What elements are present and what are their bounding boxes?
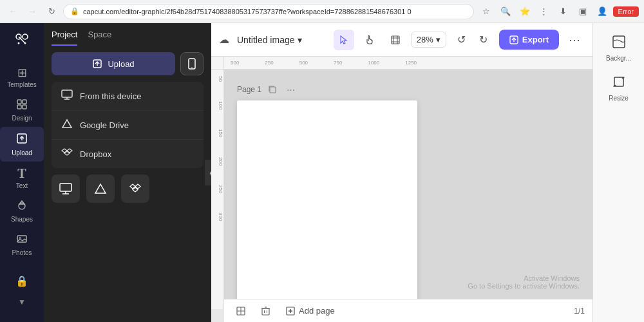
error-badge: Error [613, 6, 639, 17]
svg-line-2 [19, 37, 25, 43]
sidebar-item-text[interactable]: T Text [0, 162, 44, 194]
more-options-button[interactable]: ⋯ [564, 30, 585, 50]
upload-panel: Project Space Upload From this device [44, 23, 211, 322]
delete-page-button[interactable] [256, 302, 274, 320]
sidebar-item-upload[interactable]: Upload [0, 127, 44, 162]
background-label: Backgr... [606, 55, 631, 62]
source-dropbox[interactable]: Dropbox [52, 140, 204, 168]
url-text: capcut.com/editor-graphic/2f64b28d751740… [83, 8, 412, 15]
sidebar-item-shapes[interactable]: Shapes [0, 194, 44, 228]
page-label: Page 1 [237, 85, 261, 94]
svg-marker-22 [62, 120, 71, 128]
sidebar-bottom: 🔒 ▼ [13, 270, 31, 317]
sidebar-item-design[interactable]: Design [0, 93, 44, 127]
svg-point-1 [23, 34, 28, 39]
upload-button[interactable]: Upload [52, 52, 175, 75]
svg-point-4 [24, 43, 26, 44]
add-page-button[interactable]: Add page [281, 303, 340, 318]
mobile-device-button[interactable] [180, 52, 204, 75]
svg-rect-19 [62, 90, 72, 97]
document-title[interactable]: Untitled image ▾ [237, 35, 302, 45]
app-logo [10, 28, 33, 52]
quick-monitor-button[interactable] [52, 175, 80, 203]
sidebar-item-photos[interactable]: Photos [0, 228, 44, 261]
page-label-row: Page 1 ⋯ [237, 82, 430, 97]
browser-bar: ← → ↻ 🔒 capcut.com/editor-graphic/2f64b2… [0, 0, 644, 23]
bookmark-button[interactable]: ☆ [478, 3, 495, 20]
star-button[interactable]: ⭐ [516, 3, 533, 20]
frame-tool-button[interactable] [385, 30, 406, 50]
monitor-icon [61, 90, 73, 102]
dropbox-icon [61, 147, 73, 160]
select-tool-button[interactable] [334, 30, 354, 50]
profile-button[interactable]: 👤 [594, 3, 611, 20]
left-sidebar: ⊞ Templates Design Upload T Text Shapes [0, 23, 44, 322]
redo-button[interactable]: ↻ [473, 30, 494, 50]
sidebar-expand[interactable]: ▼ [13, 292, 31, 312]
background-panel-item[interactable]: Backgr... [598, 30, 639, 67]
app-body: ⊞ Templates Design Upload T Text Shapes [0, 23, 644, 322]
svg-rect-53 [614, 77, 623, 86]
source-from-device[interactable]: From this device [52, 82, 204, 111]
undo-button[interactable]: ↺ [451, 30, 472, 50]
back-button[interactable]: ← [5, 4, 21, 19]
download-button[interactable]: ⬇ [555, 3, 572, 20]
svg-marker-29 [95, 184, 106, 193]
svg-rect-40 [270, 87, 276, 93]
svg-rect-26 [60, 184, 71, 191]
source-dropdown: From this device Google Drive Dropbox [52, 82, 204, 168]
svg-rect-8 [23, 105, 26, 109]
upload-icon [15, 132, 28, 147]
sidebar-item-templates-label: Templates [7, 81, 37, 88]
gdrive-icon [61, 118, 73, 131]
canvas-area: 500 250 500 750 1000 1250 50 100 150 200… [211, 57, 592, 322]
panel-collapse-handle[interactable]: ❮ [205, 160, 211, 185]
ruler-corner [211, 57, 224, 70]
ruler-top: 500 250 500 750 1000 1250 [224, 57, 592, 70]
templates-icon: ⊞ [17, 67, 27, 79]
sidebar-item-shapes-label: Shapes [11, 216, 33, 223]
forward-button[interactable]: → [24, 4, 40, 19]
svg-point-18 [191, 67, 193, 68]
design-icon [16, 99, 28, 112]
upload-row: Upload [44, 46, 211, 82]
zoom-control[interactable]: 28% ▾ [411, 32, 446, 48]
resize-panel-item[interactable]: Resize [598, 70, 639, 107]
quick-gdrive-button[interactable] [86, 175, 115, 203]
sidebar-lock[interactable]: 🔒 [13, 270, 31, 292]
url-bar[interactable]: 🔒 capcut.com/editor-graphic/2f64b28d7517… [63, 4, 474, 19]
svg-rect-33 [392, 36, 399, 44]
source-dropbox-label: Dropbox [80, 149, 111, 159]
zoom-browser-button[interactable]: 🔍 [497, 3, 514, 20]
zoom-caret-icon: ▾ [436, 35, 440, 44]
lock-icon: 🔒 [15, 275, 28, 287]
tab-project[interactable]: Project [52, 30, 77, 46]
sidebar-item-text-label: Text [16, 182, 28, 189]
page-container: Page 1 ⋯ [237, 82, 430, 307]
svg-point-3 [18, 43, 20, 44]
source-google-drive[interactable]: Google Drive [52, 111, 204, 140]
pan-tool-button[interactable] [359, 30, 380, 50]
cloud-icon: ☁ [219, 33, 229, 46]
canvas-page[interactable] [237, 100, 417, 307]
canvas-bottom-bar: Add page 1/1 [224, 299, 592, 322]
export-button[interactable]: Export [499, 30, 559, 50]
undo-redo-group: ↺ ↻ [451, 30, 494, 50]
page-copy-button[interactable] [265, 82, 279, 97]
sidebar-item-templates[interactable]: ⊞ Templates [0, 62, 44, 93]
sidebar-item-upload-label: Upload [12, 149, 32, 156]
grid-button[interactable] [232, 302, 250, 320]
menu-button[interactable]: ⋮ [536, 3, 553, 20]
text-icon: T [17, 167, 26, 180]
shapes-icon [16, 200, 28, 213]
canvas-scroll[interactable]: Page 1 ⋯ Activate Windows Go to Settings… [224, 70, 592, 322]
title-text: Untitled image [237, 35, 295, 45]
page-more-button[interactable]: ⋯ [283, 82, 298, 97]
tab-space[interactable]: Space [88, 30, 111, 46]
reload-button[interactable]: ↻ [44, 4, 59, 19]
collapse-chevron-icon: ❮ [209, 169, 212, 177]
panel-tabs: Project Space [44, 23, 211, 46]
svg-rect-7 [17, 105, 21, 109]
tab-button[interactable]: ▣ [574, 3, 591, 20]
quick-dropbox-button[interactable] [121, 175, 149, 203]
